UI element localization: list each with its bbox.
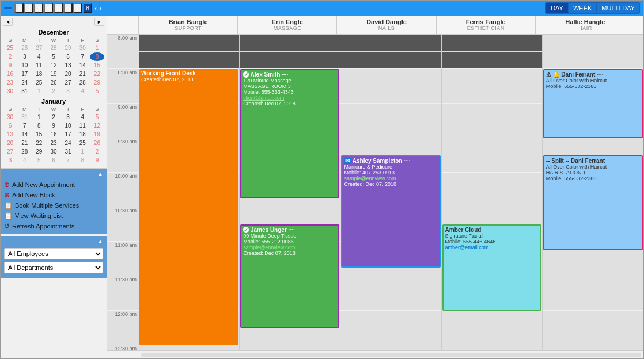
cal-cell[interactable]: 8	[32, 121, 46, 130]
cal-cell[interactable]: 5	[90, 87, 104, 96]
cal-cell[interactable]: 17	[17, 70, 32, 78]
appointment-4-0[interactable]: ⚠ 🔔 Dani Ferrant ····All Over Color with…	[543, 69, 643, 138]
cal-cell[interactable]: 18	[32, 70, 46, 78]
cal-cell[interactable]: 22	[32, 139, 46, 147]
cal-cell[interactable]: 4	[75, 113, 90, 121]
cal-cell[interactable]: 5	[46, 52, 60, 61]
cal-cell[interactable]: 26	[90, 139, 104, 147]
day-tab-1[interactable]: 1	[14, 3, 24, 13]
day-tab-5[interactable]: 5	[54, 3, 63, 13]
cal-cell[interactable]: 3	[17, 52, 32, 61]
cal-cell[interactable]: 8	[90, 52, 104, 61]
cal-cell[interactable]: 16	[46, 130, 60, 139]
cal-cell[interactable]: 12	[46, 61, 60, 70]
apt-option-view-waiting-list[interactable]: 📋View Waiting List	[4, 211, 103, 221]
schedule-scroll[interactable]: 8:00 am8:30 am9:00 am9:30 am10:00 am10:3…	[107, 35, 643, 350]
cal-cell[interactable]: 29	[32, 147, 46, 156]
cal-cell[interactable]: 12	[90, 121, 104, 130]
grid-col-4[interactable]: ⚠ 🔔 Dani Ferrant ····All Over Color with…	[543, 35, 643, 350]
cal-cell[interactable]: 26	[46, 78, 60, 87]
cal-cell[interactable]: 15	[32, 130, 46, 139]
cal-cell[interactable]: 21	[17, 139, 32, 147]
cal-cell[interactable]: 10	[17, 61, 32, 70]
cal-cell[interactable]: 24	[61, 139, 75, 147]
cal-cell[interactable]: 23	[46, 139, 60, 147]
mini-cal-next[interactable]: ►	[94, 18, 104, 26]
cal-cell[interactable]: 30	[46, 147, 60, 156]
cal-cell[interactable]: 2	[46, 87, 60, 96]
grid-col-3[interactable]: Amber CloudSignature FacialMobile: 555-4…	[442, 35, 543, 350]
cal-cell[interactable]: 4	[75, 87, 90, 96]
department-filter[interactable]: All Departments	[4, 262, 103, 273]
cal-cell[interactable]: 28	[75, 78, 90, 87]
cal-cell[interactable]: 6	[3, 121, 17, 130]
day-tab-6[interactable]: 6	[63, 3, 73, 13]
cal-cell[interactable]: 30	[3, 87, 17, 96]
cal-cell[interactable]: 23	[3, 78, 17, 87]
cal-cell[interactable]: 3	[61, 113, 75, 121]
day-tab-3[interactable]: 3	[34, 3, 43, 13]
cal-cell[interactable]: 1	[90, 44, 104, 52]
cal-cell[interactable]: 3	[61, 87, 75, 96]
cal-cell[interactable]: 22	[90, 70, 104, 78]
cal-cell[interactable]: 28	[46, 44, 60, 52]
cal-cell[interactable]: 2	[90, 147, 104, 156]
cal-cell[interactable]: 2	[3, 52, 17, 61]
cal-cell[interactable]: 25	[75, 139, 90, 147]
cal-cell[interactable]: 31	[17, 113, 32, 121]
apt-option-add-new-block[interactable]: ⊕Add New Block	[4, 190, 103, 200]
day-tab-7[interactable]: 7	[73, 3, 82, 13]
mini-cal-prev[interactable]: ◄	[3, 18, 13, 26]
prev-arrow[interactable]: ‹	[94, 3, 97, 13]
cal-cell[interactable]: 30	[3, 113, 17, 121]
cal-cell[interactable]: 13	[61, 61, 75, 70]
day-tab-4[interactable]: 4	[44, 3, 53, 13]
cal-cell[interactable]: 14	[75, 61, 90, 70]
cal-cell[interactable]: 1	[32, 87, 46, 96]
cal-cell[interactable]: 5	[90, 113, 104, 121]
cal-cell[interactable]: 8	[75, 156, 90, 165]
cal-cell[interactable]: 27	[61, 78, 75, 87]
appointment-0-0[interactable]: Working Front DeskCreated: Dec 07, 2018	[139, 69, 238, 345]
apt-option-refresh-appointments[interactable]: ↺Refresh Appointments	[4, 221, 103, 231]
cal-cell[interactable]: 11	[32, 61, 46, 70]
cal-cell[interactable]: 29	[90, 78, 104, 87]
appointment-4-1[interactable]: -- Split -- Dani FerrantAll Over Color w…	[543, 155, 643, 250]
appointment-2-0[interactable]: ✉ Ashley Sampleton ····Manicure & Pedicu…	[341, 155, 440, 268]
cal-cell[interactable]: 31	[61, 147, 75, 156]
cal-cell[interactable]: 9	[46, 121, 60, 130]
cal-cell[interactable]: 15	[90, 61, 104, 70]
cal-cell[interactable]: 21	[75, 70, 90, 78]
cal-cell[interactable]: 7	[61, 156, 75, 165]
cal-cell[interactable]: 3	[3, 156, 17, 165]
cal-cell[interactable]: 25	[3, 44, 17, 52]
grid-col-1[interactable]: ✓ Alex Smith ····120 Minute MassageMASSA…	[240, 35, 340, 350]
cal-cell[interactable]: 1	[32, 113, 46, 121]
grid-col-2[interactable]: ✉ Ashley Sampleton ····Manicure & Pedicu…	[340, 35, 441, 350]
cal-cell[interactable]: 26	[17, 44, 32, 52]
day-tab-8[interactable]: 8	[83, 3, 92, 13]
cal-cell[interactable]: 9	[3, 61, 17, 70]
cal-cell[interactable]: 19	[90, 130, 104, 139]
cal-cell[interactable]: 27	[32, 44, 46, 52]
apt-options-collapse[interactable]: ▲	[97, 171, 103, 177]
cal-cell[interactable]: 7	[75, 52, 90, 61]
cal-cell[interactable]: 6	[61, 52, 75, 61]
day-tab-2[interactable]: 2	[24, 3, 33, 13]
day-view-button[interactable]: DAY	[546, 3, 569, 13]
cal-cell[interactable]: 24	[17, 78, 32, 87]
multiday-view-button[interactable]: MULTI-DAY	[597, 3, 639, 13]
appointment-1-1[interactable]: ✓ James Unger ····90 Minute Deep TissueM…	[240, 224, 339, 328]
cal-cell[interactable]: 5	[32, 156, 46, 165]
cal-cell[interactable]: 4	[17, 156, 32, 165]
apt-option-add-new-appointment[interactable]: ⊕Add New Appointment	[4, 180, 103, 190]
cal-cell[interactable]: 9	[90, 156, 104, 165]
cal-cell[interactable]: 18	[75, 130, 90, 139]
cal-cell[interactable]: 28	[17, 147, 32, 156]
today-button[interactable]	[4, 7, 12, 9]
grid-col-0[interactable]: Working Front DeskCreated: Dec 07, 2018	[139, 35, 240, 350]
cal-cell[interactable]: 14	[17, 130, 32, 139]
cal-cell[interactable]: 16	[3, 70, 17, 78]
appointment-3-0[interactable]: Amber CloudSignature FacialMobile: 555-4…	[442, 224, 541, 311]
cal-cell[interactable]: 13	[3, 130, 17, 139]
